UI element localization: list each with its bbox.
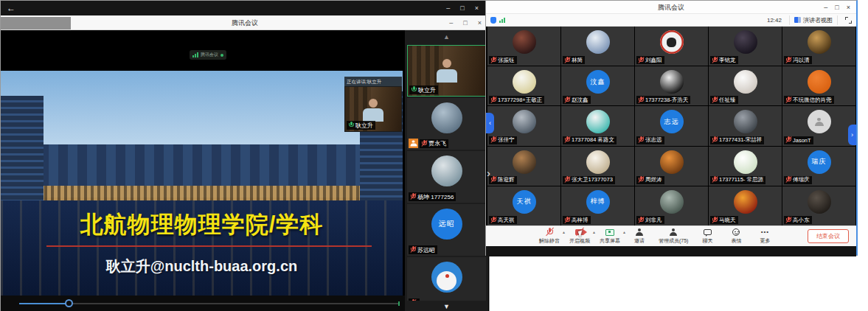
- view-button-label: 演讲者视图: [803, 16, 833, 24]
- maximize-button[interactable]: □: [460, 4, 464, 12]
- participant-tile[interactable]: 陈迎辉: [487, 147, 560, 186]
- participant-name: 冯以清: [793, 57, 810, 64]
- slider-end-tick: [398, 301, 400, 306]
- participant-name: 刘非凡: [645, 217, 662, 224]
- minimize-button[interactable]: –: [824, 4, 827, 11]
- participant-tile[interactable]: 张振钰: [487, 27, 560, 66]
- avatar: [734, 70, 757, 94]
- playback-slider[interactable]: [19, 303, 400, 304]
- sidebar-participant-tile[interactable]: 远昭 苏远昭: [407, 204, 486, 256]
- speaker-view-button[interactable]: 演讲者视图: [789, 15, 838, 25]
- avatar: [431, 156, 462, 186]
- participant-tile[interactable]: 梓博 高梓博: [561, 186, 634, 226]
- muted-mic-icon: [785, 217, 791, 224]
- participant-tile[interactable]: 17377115- 常思源: [709, 147, 782, 186]
- participant-tile[interactable]: 林简: [561, 27, 634, 66]
- participant-tile[interactable]: 瑞庆 傅瑞庆: [782, 147, 855, 186]
- fullscreen-button[interactable]: [845, 17, 852, 24]
- close-button[interactable]: ×: [478, 19, 482, 27]
- avatar: 瑞庆: [808, 150, 831, 174]
- caret-up-icon[interactable]: ▲: [622, 230, 626, 234]
- invite-icon: [636, 228, 643, 237]
- emoji-button[interactable]: 表情: [726, 228, 746, 245]
- next-page-arrow[interactable]: ›: [848, 125, 856, 145]
- sidebar-participant-tile[interactable]: [407, 257, 486, 301]
- close-button[interactable]: ×: [475, 4, 479, 12]
- avatar: [808, 70, 831, 94]
- speaker-thumbnail[interactable]: 耿立升: [344, 86, 402, 132]
- more-button[interactable]: ••• 更多: [755, 228, 774, 245]
- camera-muted-button[interactable]: 开启视频 ▲: [569, 228, 590, 245]
- scroll-down-arrow[interactable]: ▼: [405, 303, 488, 310]
- scroll-up-arrow[interactable]: ▲: [405, 33, 488, 41]
- participant-name: 17377115- 常思源: [719, 176, 763, 184]
- signal-icon: [192, 52, 198, 57]
- end-meeting-button[interactable]: 结束会议: [808, 229, 849, 243]
- participant-tile[interactable]: 17377084 蒋路文: [561, 106, 634, 145]
- participant-name: 张振钰: [498, 57, 515, 64]
- invite-button[interactable]: 邀请: [630, 228, 649, 245]
- participant-tile[interactable]: JasonT: [782, 106, 855, 145]
- participant-tile[interactable]: 17377238-齐浩天: [635, 66, 708, 105]
- participant-tile[interactable]: 17377431-宋喆祥: [709, 106, 782, 145]
- avatar: [513, 70, 536, 94]
- caret-up-icon[interactable]: ▲: [562, 230, 566, 234]
- participant-name: 张佳宁: [498, 136, 515, 144]
- participant-torso: [437, 69, 457, 83]
- avatar: [586, 110, 610, 133]
- chat-button[interactable]: 聊天: [698, 228, 717, 245]
- participant-name: 17377298+王敬正: [498, 97, 542, 104]
- mic-muted-button[interactable]: 解除静音 ▲: [539, 228, 560, 245]
- close-button[interactable]: ×: [847, 4, 850, 11]
- participant-tile[interactable]: 冯以清: [782, 27, 855, 66]
- participant-tile[interactable]: 不玩微信的肖尧: [782, 66, 855, 105]
- participant-tile[interactable]: 张大卫17377073: [561, 147, 634, 186]
- network-status-pill[interactable]: 腾讯会议: [190, 50, 226, 60]
- slider-handle[interactable]: [65, 299, 73, 307]
- participant-tile[interactable]: 汶鑫 赵汶鑫: [561, 66, 634, 105]
- prev-page-arrow[interactable]: ‹: [486, 113, 494, 133]
- screen-share-button[interactable]: 共享屏幕 ▲: [600, 228, 620, 245]
- avatar: [513, 150, 536, 174]
- minimize-button[interactable]: –: [449, 19, 453, 27]
- muted-mic-icon: [564, 97, 570, 104]
- maximize-button[interactable]: □: [463, 19, 467, 27]
- participant-tile[interactable]: 周煜涛: [635, 147, 708, 186]
- participant-tile[interactable]: 李铭龙: [709, 27, 782, 66]
- meeting-timer: 12:42: [767, 17, 782, 24]
- participant-tile[interactable]: 马晓天: [709, 186, 782, 226]
- sidebar-participant-tile[interactable]: 杨坤 1777256: [407, 151, 486, 203]
- avatar: [513, 110, 536, 133]
- participant-name: 不玩微信的肖尧: [793, 97, 832, 104]
- muted-mic-icon: [564, 176, 570, 184]
- minimize-button[interactable]: –: [446, 4, 450, 12]
- participant-tile[interactable]: 刘非凡: [635, 186, 708, 226]
- back-button[interactable]: ←: [7, 1, 15, 15]
- slide-email: 耿立升@nuclth-buaa.org.cn: [1, 256, 403, 276]
- maximize-button[interactable]: □: [835, 4, 839, 11]
- participant-name: 周煜涛: [645, 176, 662, 184]
- panel-expand-arrow[interactable]: ›: [487, 167, 490, 179]
- avatar: [734, 30, 757, 54]
- caret-up-icon[interactable]: ▲: [592, 230, 596, 234]
- participant-tile[interactable]: 刘鑫阳: [635, 27, 708, 66]
- participant-tile[interactable]: 张佳宁: [487, 106, 560, 145]
- participant-tile[interactable]: 高小东: [782, 186, 855, 226]
- avatar: 志远: [660, 110, 684, 133]
- muted-mic-icon: [712, 57, 718, 64]
- sidebar-participant-tile[interactable]: 贾永飞: [407, 98, 486, 150]
- sidebar-participant-tile[interactable]: 耿立升: [407, 45, 486, 97]
- members-button[interactable]: 管理成员(75): [659, 228, 688, 245]
- participant-name: 17377084 蒋路文: [572, 136, 614, 144]
- speaker-head: [369, 99, 378, 108]
- participant-tile[interactable]: 17377298+王敬正: [487, 66, 560, 105]
- playback-bar: [1, 296, 405, 311]
- participant-tile[interactable]: 任祉臻: [709, 66, 782, 105]
- participant-tile[interactable]: 志远 张志远: [635, 106, 708, 145]
- avatar: [734, 110, 757, 133]
- outer-window-controls: – □ ×: [446, 1, 479, 15]
- shield-icon[interactable]: [490, 17, 496, 24]
- mic-icon: [410, 193, 416, 200]
- mic-icon: [410, 299, 416, 301]
- participant-tile[interactable]: 天祺 高天祺: [487, 186, 560, 226]
